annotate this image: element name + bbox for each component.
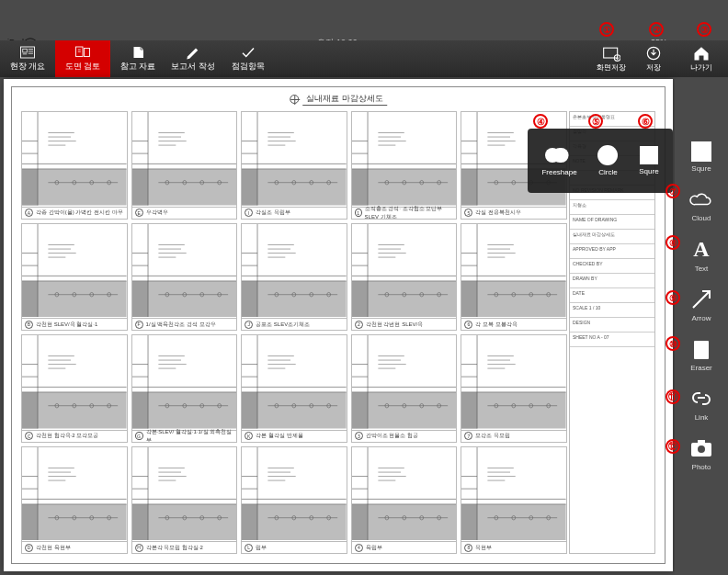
svg-rect-79 xyxy=(461,169,477,205)
detail-cell[interactable]: J공포조 SLEV조기체조 xyxy=(241,223,347,332)
svg-rect-31 xyxy=(132,169,148,205)
save-button[interactable]: 저장 xyxy=(632,40,675,77)
info-row: NAME OF DRAWING xyxy=(570,215,654,230)
svg-rect-15 xyxy=(22,169,38,205)
svg-rect-11 xyxy=(604,48,618,58)
svg-rect-223 xyxy=(352,392,368,428)
detail-cell[interactable]: H각본각 목모립 협각실·2 xyxy=(131,446,238,555)
svg-rect-8 xyxy=(85,49,90,57)
sheet-title: 실내재료 마감상세도 xyxy=(302,93,387,106)
svg-rect-319 xyxy=(461,504,477,540)
tool-label: Link xyxy=(695,413,709,422)
svg-rect-335 xyxy=(552,148,569,163)
detail-cell[interactable]: B각천현 SLEV/욕 혈각실·1 xyxy=(21,223,128,332)
detail-cell[interactable]: C각천현 협각욕·2 모각모공 xyxy=(21,334,128,443)
info-row: 지형소 xyxy=(570,200,654,215)
callout-6: ⑥ xyxy=(638,114,653,129)
callout-9: ⑨ xyxy=(665,290,680,305)
callout-1: ① xyxy=(599,22,614,37)
detail-cell[interactable]: G각본·SLEV/ 혈각실·1·1/실 외측천실부 xyxy=(131,334,238,443)
tab-site-overview[interactable]: 현장 개요 xyxy=(0,40,55,77)
btn-label: 저장 xyxy=(646,62,661,73)
svg-rect-255 xyxy=(22,504,38,540)
detail-cell[interactable]: E우각벽우 xyxy=(131,111,238,220)
detail-cell[interactable]: D각천현 육현부 xyxy=(21,446,128,555)
screenshot-button[interactable]: 화면저장 xyxy=(590,40,632,77)
detail-cell[interactable]: 2각천현 각번현 SLEV/욕 xyxy=(351,223,458,332)
svg-rect-239 xyxy=(461,392,477,428)
svg-rect-2 xyxy=(23,49,28,52)
detail-cell[interactable]: 3간막이조 현몰소 협공 xyxy=(351,334,458,443)
info-row: DESIGN xyxy=(570,318,654,333)
tool-square[interactable]: Squre xyxy=(691,141,711,173)
freeshape-option[interactable]: Freeshape xyxy=(541,145,576,176)
callout-12: ⑫ xyxy=(665,439,680,454)
detail-cell[interactable]: K각본 혈각실 반제몰 xyxy=(241,334,347,443)
tool-cloud[interactable]: Cloud xyxy=(689,187,713,222)
callout-2: ② xyxy=(649,22,664,37)
detail-cell[interactable]: F1/실 백육천각조 경석 모강우 xyxy=(131,223,238,332)
tab-report[interactable]: 보고서 작성 xyxy=(165,40,221,77)
tool-photo[interactable]: Photo xyxy=(689,436,713,471)
detail-cell[interactable]: A각종 간막이(몰) 가벽칸 전시칸 마무 xyxy=(21,111,128,220)
tab-label: 도면 검토 xyxy=(65,62,100,73)
tool-label: Arrow xyxy=(692,314,711,322)
info-row: CHECKED BY xyxy=(570,259,654,274)
tool-label: Text xyxy=(695,265,709,273)
info-row: DATE xyxy=(570,288,654,303)
detail-cell[interactable]: I각실조 목립부 xyxy=(241,111,347,220)
detail-cell[interactable]: 6각 모복 모봉각욕 xyxy=(461,223,567,332)
tool-label: Squre xyxy=(691,164,711,173)
opt-label: Squre xyxy=(639,167,658,175)
svg-rect-63 xyxy=(352,169,368,205)
tool-label: Eraser xyxy=(690,364,712,372)
tool-eraser[interactable]: Eraser xyxy=(689,337,713,372)
tab-label: 점검항목 xyxy=(232,62,265,73)
svg-rect-4 xyxy=(28,49,33,50)
callout-10: ⑩ xyxy=(665,336,680,351)
tool-link[interactable]: Link xyxy=(689,387,713,422)
tool-text[interactable]: A Text xyxy=(693,237,709,273)
svg-rect-336 xyxy=(694,341,709,359)
callout-8: ⑧ xyxy=(665,235,680,250)
callout-7: ⑦ xyxy=(665,184,680,198)
circle-option[interactable]: Circle xyxy=(597,145,618,176)
svg-rect-47 xyxy=(242,169,257,205)
opt-label: Circle xyxy=(598,168,617,176)
tab-reference[interactable]: 참고 자료 xyxy=(110,40,165,77)
opt-label: Freeshape xyxy=(541,168,576,176)
svg-rect-303 xyxy=(352,504,368,540)
svg-rect-175 xyxy=(22,392,38,428)
callout-11: ⑪ xyxy=(665,389,680,404)
exit-button[interactable]: 나가기 xyxy=(675,40,728,77)
svg-rect-159 xyxy=(461,281,477,317)
svg-point-339 xyxy=(698,445,705,453)
detail-grid: A각종 간막이(몰) 가벽칸 전시칸 마무 E우각벽우 I각실조 목립부 1소적… xyxy=(21,111,567,554)
tool-label: Cloud xyxy=(692,214,711,222)
svg-rect-111 xyxy=(132,281,148,317)
tool-arrow[interactable]: Arrow xyxy=(689,288,713,322)
sheet-title-block: 실내재료 마감상세도 xyxy=(290,93,387,106)
detail-cell[interactable]: 4육립부 xyxy=(351,446,458,555)
info-row: SCALE 1 / 10 xyxy=(570,303,654,318)
tab-checklist[interactable]: 점검항목 xyxy=(221,40,276,77)
callout-3: ③ xyxy=(697,22,711,37)
detail-cell[interactable]: L립부 xyxy=(241,446,347,555)
btn-label: 화면저장 xyxy=(597,62,626,73)
square-option[interactable]: Squre xyxy=(639,146,658,175)
detail-cell[interactable]: 7모강조 목모립 xyxy=(461,334,567,443)
tab-label: 현장 개요 xyxy=(10,62,45,73)
tab-drawing-review[interactable]: 도면 검토 xyxy=(55,40,110,77)
svg-rect-338 xyxy=(698,440,705,444)
tab-label: 참고 자료 xyxy=(120,62,155,73)
callout-5: ⑤ xyxy=(588,114,603,129)
svg-rect-3 xyxy=(23,54,28,55)
detail-cell[interactable]: 1소적층조 경석· 조각협소 모단부 SLEV 기체조 xyxy=(351,111,458,220)
svg-rect-5 xyxy=(28,51,33,52)
svg-rect-95 xyxy=(22,281,38,317)
svg-rect-127 xyxy=(242,281,257,317)
svg-rect-143 xyxy=(352,281,368,317)
svg-rect-191 xyxy=(132,392,148,428)
svg-rect-287 xyxy=(242,504,257,540)
detail-cell[interactable]: 8목현부 xyxy=(461,446,567,555)
